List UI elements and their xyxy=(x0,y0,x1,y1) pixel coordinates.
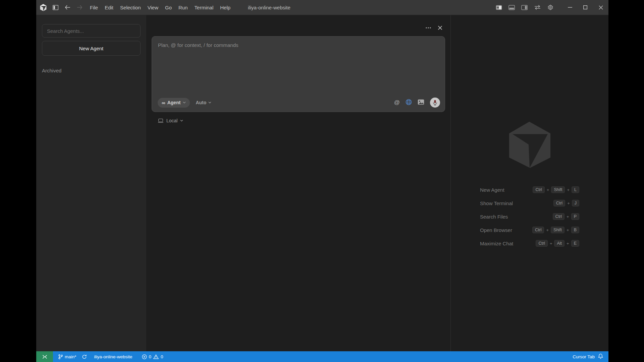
menubar: FileEditSelectionViewGoRunTerminalHelp xyxy=(87,3,234,12)
agent-mode-label: Agent xyxy=(167,100,181,105)
key-e: E xyxy=(571,240,579,247)
key-ctrl: Ctrl xyxy=(533,186,544,193)
menu-file[interactable]: File xyxy=(87,3,101,12)
environment-label: Local xyxy=(166,118,177,123)
key-shift: Shift xyxy=(551,186,565,193)
notifications-bell-icon[interactable] xyxy=(598,354,603,360)
sync-icon xyxy=(82,354,87,359)
swap-layout-icon[interactable] xyxy=(534,5,541,10)
agents-sidebar: New Agent Archived xyxy=(36,15,146,351)
shortcut-row: Show TerminalCtrl+J xyxy=(480,199,579,207)
chevron-down-icon xyxy=(180,120,183,122)
error-count: 0 xyxy=(149,354,152,359)
plus-separator: + xyxy=(567,187,570,192)
shortcut-label: Maximize Chat xyxy=(480,241,513,246)
chevron-down-icon xyxy=(208,102,211,104)
back-arrow-icon[interactable] xyxy=(64,4,71,11)
git-branch-button[interactable]: main* xyxy=(56,351,79,362)
remote-indicator-button[interactable] xyxy=(36,351,53,362)
shortcut-keys: Ctrl+J xyxy=(553,200,579,206)
errors-icon xyxy=(142,354,147,359)
attach-image-icon[interactable] xyxy=(418,99,424,106)
plus-separator: + xyxy=(547,187,549,192)
menu-go[interactable]: Go xyxy=(162,3,175,12)
plus-separator: + xyxy=(567,228,569,233)
shortcut-row: New AgentCtrl+Shift+L xyxy=(480,186,579,194)
project-name: iliya-online-website xyxy=(94,354,132,359)
chat-input-box[interactable]: ∞ Agent Auto @ xyxy=(152,36,445,112)
shortcut-label: Open Browser xyxy=(480,227,512,233)
key-p: P xyxy=(571,213,579,220)
warnings-icon xyxy=(153,354,159,359)
remote-icon xyxy=(42,355,47,359)
settings-gear-icon[interactable] xyxy=(547,4,553,10)
branch-name: main* xyxy=(65,354,76,359)
git-branch-icon xyxy=(58,354,63,359)
project-name-item[interactable]: iliya-online-website xyxy=(90,351,135,362)
chevron-down-icon xyxy=(183,102,186,104)
maximize-button[interactable] xyxy=(578,0,593,15)
key-j: J xyxy=(572,200,579,206)
shortcut-label: Show Terminal xyxy=(480,200,513,206)
more-actions-icon[interactable] xyxy=(426,27,431,28)
key-ctrl: Ctrl xyxy=(536,240,547,247)
shortcut-label: Search Files xyxy=(480,214,508,220)
menu-help[interactable]: Help xyxy=(217,3,234,12)
key-ctrl: Ctrl xyxy=(553,213,565,220)
cursor-watermark-logo xyxy=(509,122,550,169)
menu-view[interactable]: View xyxy=(144,3,162,12)
plus-separator: + xyxy=(567,201,570,206)
microphone-icon[interactable] xyxy=(430,98,440,108)
chat-panel: ∞ Agent Auto @ xyxy=(146,15,450,351)
shortcut-hints: New AgentCtrl+Shift+LShow TerminalCtrl+J… xyxy=(480,186,579,247)
welcome-panel: New AgentCtrl+Shift+LShow TerminalCtrl+J… xyxy=(450,15,608,351)
window-title: iliya-online-website xyxy=(248,5,290,10)
plus-separator: + xyxy=(567,214,569,219)
close-chat-icon[interactable] xyxy=(438,25,442,30)
key-shift: Shift xyxy=(551,227,565,233)
sync-changes-button[interactable] xyxy=(79,351,90,362)
environment-dropdown[interactable]: Local xyxy=(158,118,450,123)
web-globe-icon[interactable] xyxy=(406,99,412,107)
toggle-panel-left-icon[interactable] xyxy=(496,5,502,10)
chat-panel-header xyxy=(146,15,450,36)
shortcut-keys: Ctrl+Shift+L xyxy=(533,186,579,193)
titlebar: FileEditSelectionViewGoRunTerminalHelp i… xyxy=(36,0,608,15)
menu-edit[interactable]: Edit xyxy=(101,3,117,12)
model-dropdown[interactable]: Auto xyxy=(196,100,211,105)
shortcut-keys: Ctrl+Alt+E xyxy=(536,240,579,247)
plus-separator: + xyxy=(550,241,552,246)
cursor-logo-icon xyxy=(40,4,47,11)
toggle-sidebar-icon[interactable] xyxy=(52,4,59,11)
agent-mode-dropdown[interactable]: ∞ Agent xyxy=(158,98,190,108)
plus-separator: + xyxy=(567,241,569,246)
toggle-panel-right-icon[interactable] xyxy=(521,5,528,10)
problems-button[interactable]: 0 0 xyxy=(135,351,166,362)
laptop-icon xyxy=(158,119,164,123)
key-b: B xyxy=(571,227,579,233)
statusbar: main* iliya-online-website 0 xyxy=(36,351,608,362)
forward-arrow-icon[interactable] xyxy=(76,4,83,11)
key-alt: Alt xyxy=(554,240,565,247)
search-agents-input[interactable] xyxy=(42,24,141,38)
minimize-button[interactable] xyxy=(562,0,578,15)
infinity-icon: ∞ xyxy=(162,100,165,106)
model-label: Auto xyxy=(196,100,206,105)
menu-selection[interactable]: Selection xyxy=(117,3,144,12)
archived-section-label[interactable]: Archived xyxy=(42,68,141,73)
shortcut-label: New Agent xyxy=(480,187,504,193)
close-button[interactable] xyxy=(593,0,608,15)
new-agent-button[interactable]: New Agent xyxy=(42,41,141,56)
shortcut-row: Maximize ChatCtrl+Alt+E xyxy=(480,239,579,247)
warning-count: 0 xyxy=(161,354,163,359)
key-ctrl: Ctrl xyxy=(532,227,544,233)
key-l: L xyxy=(572,186,579,193)
chat-input[interactable] xyxy=(152,37,445,87)
toggle-panel-bottom-icon[interactable] xyxy=(508,5,515,10)
cursor-tab-toggle[interactable]: Cursor Tab xyxy=(573,354,595,359)
at-mention-icon[interactable]: @ xyxy=(394,99,400,106)
menu-terminal[interactable]: Terminal xyxy=(191,3,217,12)
shortcut-row: Open BrowserCtrl+Shift+B xyxy=(480,226,579,234)
app-window: FileEditSelectionViewGoRunTerminalHelp i… xyxy=(36,0,608,362)
menu-run[interactable]: Run xyxy=(175,3,191,12)
